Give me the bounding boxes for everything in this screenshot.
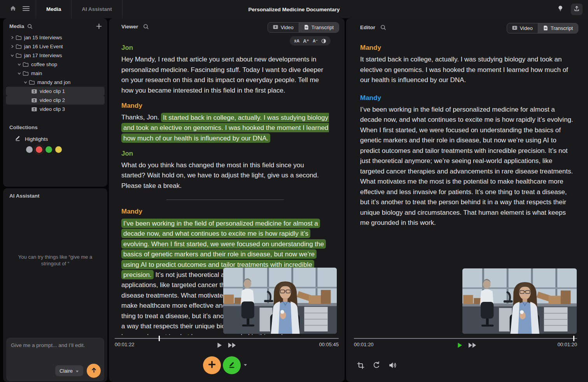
chevron-down-icon[interactable]	[9, 54, 15, 57]
editor-search-icon[interactable]	[380, 25, 386, 30]
tree-folder-mandy-and-jon[interactable]: mandy and jon	[6, 78, 105, 87]
ai-assistant-panel: AI Assistant You can try things like “gi…	[3, 188, 107, 382]
editor-toggle-video[interactable]: Video	[507, 23, 538, 33]
media-panel-title: Media	[9, 23, 24, 29]
media-search-icon[interactable]	[27, 24, 33, 29]
transcript-text[interactable]: Thanks, Jon.	[121, 114, 161, 121]
document-icon	[543, 25, 548, 32]
tips-button[interactable]	[554, 3, 567, 16]
highlight-dot-2[interactable]	[46, 146, 52, 153]
viewer-title: Viewer	[121, 24, 138, 30]
play-icon[interactable]	[217, 342, 222, 348]
viewer-search-icon[interactable]	[143, 24, 149, 30]
viewer-playhead[interactable]	[159, 336, 160, 341]
ai-panel-title: AI Assistant	[9, 193, 40, 199]
transcript-paragraph[interactable]: Hey Mandy, I read that article you sent …	[121, 54, 329, 96]
tree-folder-coffee-shop[interactable]: coffee shop	[6, 60, 105, 69]
chevron-down-icon[interactable]	[23, 81, 28, 84]
transcript-text[interactable]: It started back in college, actually. I …	[360, 56, 568, 84]
chevron-right-icon[interactable]	[9, 36, 15, 39]
lightbulb-icon	[557, 5, 564, 13]
chevron-right-icon[interactable]	[9, 45, 15, 48]
transcript-paragraph[interactable]: Thanks, Jon. It started back in college,…	[121, 112, 329, 144]
fast-forward-icon[interactable]	[468, 342, 477, 348]
viewer-toggle-transcript[interactable]: Transcript	[299, 23, 339, 32]
film-clip-icon	[32, 98, 37, 103]
collection-label: Highlights	[25, 136, 48, 142]
top-bar: Media AI Assistant Personalized Medicine…	[0, 0, 588, 18]
tree-folder-jan16[interactable]: jan 16 Live Event	[6, 42, 105, 51]
transcript-text[interactable]: I’ve been working in the field of person…	[360, 106, 573, 227]
crop-icon[interactable]	[357, 361, 365, 370]
highlight-dot-3[interactable]	[55, 146, 62, 153]
tree-clip-video-clip-1[interactable]: video clip 1	[6, 87, 105, 96]
transcript-paragraph[interactable]: It started back in college, actually. I …	[360, 54, 575, 86]
scene-divider	[166, 200, 284, 200]
highlight-dot-1[interactable]	[36, 146, 42, 153]
fast-forward-icon[interactable]	[228, 342, 236, 348]
editor-video-thumbnail[interactable]	[462, 268, 577, 334]
viewer-video-thumbnail[interactable]	[223, 268, 337, 334]
highlight-button[interactable]	[223, 356, 241, 374]
media-tree: jan 15 Interviews jan 16 Live Event jan …	[3, 33, 107, 114]
ai-hint-text: You can try things like “give me a strin…	[15, 254, 96, 267]
main-area: Media jan 15 Interviews jan 16 Live Eve	[0, 18, 588, 382]
tree-folder-jan17[interactable]: jan 17 Interviews	[6, 51, 105, 60]
tree-clip-video-clip-2[interactable]: video clip 2	[6, 96, 105, 105]
viewer-toggle-video[interactable]: Video	[268, 23, 299, 32]
chevron-down-icon[interactable]	[16, 63, 22, 66]
transcript-text[interactable]: What do you think has changed the most i…	[121, 161, 319, 189]
toggle-label: Transcript	[312, 25, 334, 30]
editor-current-time: 00:01:20	[354, 342, 374, 347]
volume-icon[interactable]	[388, 361, 397, 370]
film-clip-icon	[32, 107, 37, 112]
play-icon-active[interactable]	[457, 342, 462, 348]
highlighter-pen-icon	[15, 135, 21, 143]
media-panel: Media jan 15 Interviews jan 16 Live Eve	[3, 18, 107, 187]
retake-icon[interactable]	[372, 361, 381, 370]
editor-tools	[357, 361, 397, 370]
editor-playhead[interactable]	[573, 336, 574, 341]
film-icon	[273, 25, 278, 31]
tree-label: video clip 1	[40, 88, 65, 94]
speaker-label-jon: Jon	[121, 150, 329, 158]
add-media-button[interactable]	[96, 23, 102, 29]
ai-send-button[interactable]	[87, 364, 101, 378]
film-clip-icon	[32, 89, 37, 94]
viewer-view-toggle: Video Transcript	[268, 22, 339, 33]
collection-highlights[interactable]: Highlights	[15, 135, 107, 143]
highlight-dot-0[interactable]	[26, 146, 33, 153]
tab-ai-assistant[interactable]: AI Assistant	[72, 0, 122, 18]
tree-folder-jan15[interactable]: jan 15 Interviews	[6, 33, 105, 42]
transcript-text[interactable]: Hey Mandy, I read that article you sent …	[121, 56, 323, 94]
export-button[interactable]	[571, 4, 583, 15]
home-button[interactable]	[6, 3, 19, 16]
folder-icon	[16, 44, 21, 49]
viewer-timeline-scrubber[interactable]	[115, 338, 339, 339]
tree-label: jan 16 Live Event	[24, 44, 63, 49]
editor-timeline-scrubber[interactable]	[354, 338, 577, 339]
highlight-options-caret[interactable]	[243, 364, 247, 366]
tab-media[interactable]: Media	[36, 0, 71, 18]
collections-title: Collections	[3, 124, 107, 130]
editor-panel: Editor Video Transcript Mandy It started…	[346, 18, 588, 382]
ai-prompt-input[interactable]	[11, 342, 100, 348]
highlighter-icon	[228, 360, 236, 370]
speaker-label-mandy: Mandy	[121, 102, 329, 110]
main-menu-button[interactable]	[19, 3, 33, 16]
tree-folder-main[interactable]: main	[6, 69, 105, 78]
editor-toggle-transcript[interactable]: Transcript	[538, 23, 578, 33]
transcript-paragraph[interactable]: What do you think has changed the most i…	[121, 160, 329, 191]
collections-section: Collections Highlights	[3, 124, 107, 153]
editor-total-time: 00:01:20	[557, 342, 577, 347]
ai-prompt-box: Claire	[6, 338, 104, 381]
tree-label: jan 17 Interviews	[24, 53, 62, 58]
highlight-color-dots	[26, 146, 107, 153]
viewer-panel: Viewer Video Transcript x̄A A⁺ A⁻ Jo	[109, 18, 345, 382]
folder-icon	[16, 53, 21, 58]
tree-clip-video-clip-3[interactable]: video clip 3	[6, 105, 105, 114]
add-to-timeline-button[interactable]	[203, 356, 221, 374]
voice-select-button[interactable]: Claire	[55, 365, 83, 376]
transcript-paragraph[interactable]: I’ve been working in the field of person…	[360, 105, 575, 228]
chevron-down-icon[interactable]	[16, 72, 22, 75]
